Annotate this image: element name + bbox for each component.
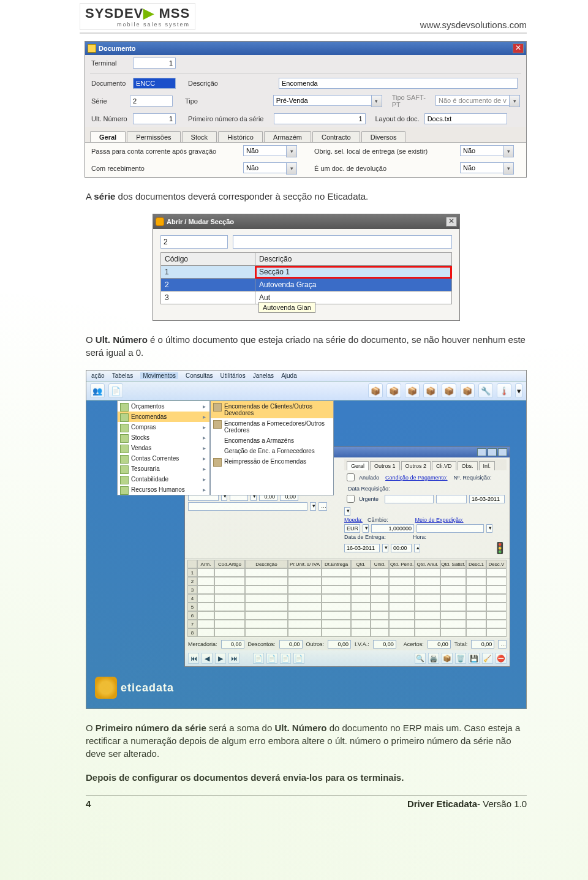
grid-row[interactable]: 1 [187,568,507,577]
menu-item[interactable]: Janelas [253,372,274,379]
tab[interactable]: Outros 2 [401,461,431,470]
ellipsis-icon[interactable]: … [498,640,507,649]
grid-row[interactable]: 7 [187,620,507,628]
menu-item[interactable]: Consultas [186,372,213,379]
toolbar-icon[interactable]: 📦 [423,383,438,398]
input-documento[interactable] [133,78,176,89]
menu-item[interactable]: Contabilidade [118,474,209,484]
chevron-down-icon[interactable]: ▾ [310,502,316,511]
menu-item[interactable]: Utilitários [221,372,246,379]
label-cond[interactable]: Condição de Pagamento: [385,475,448,481]
close-icon[interactable]: ✕ [513,43,524,53]
tab-permissoes[interactable]: Permissões [127,131,180,142]
chevron-down-icon[interactable]: ▾ [382,544,388,552]
menu-item[interactable]: Geração de Enc. a Fornecedores [211,446,333,456]
input-serie[interactable] [130,96,173,107]
menu-item[interactable]: Encomendas [118,412,209,422]
label-exp[interactable]: Meio de Expedição: [415,517,464,523]
toolbar-icon[interactable]: 📦 [405,383,420,398]
input-entrega[interactable] [344,544,380,552]
chevron-down-icon[interactable]: ▾ [344,507,350,516]
tab[interactable]: Obs. [458,461,478,470]
toolbar-icon[interactable]: 📄 [108,383,123,398]
doc-icon[interactable]: 📄 [293,653,304,664]
input-search-code[interactable] [160,235,228,249]
menu-item[interactable]: Tabelas [112,372,133,379]
checkbox-anulado[interactable] [347,473,355,481]
input-terminal[interactable] [133,58,176,69]
input-cond[interactable] [385,495,434,503]
menu-item[interactable]: Stocks [118,432,209,443]
menu-item[interactable]: Encomendas a Armazéns [211,435,333,446]
toolbar-icon[interactable]: 🌡️ [497,383,511,398]
doc-icon[interactable]: 📄 [280,653,291,664]
menu-item[interactable]: ação [91,372,105,379]
chevron-down-icon[interactable]: ▾ [515,383,522,398]
tab-historico[interactable]: Histórico [218,131,263,142]
select-tipo[interactable] [273,95,371,106]
grid-row[interactable]: 2 [187,577,507,585]
box-icon[interactable]: 📦 [442,653,453,664]
nav-prev-icon[interactable]: ◀ [202,653,213,664]
input-cliente-nome[interactable] [188,502,307,511]
toolbar-icon[interactable]: 📦 [386,383,401,398]
input-req[interactable] [436,495,467,503]
menu-item[interactable]: Encomendas de Clientes/Outros Devedores [211,401,333,418]
close-icon[interactable]: ✕ [446,217,457,227]
chevron-down-icon[interactable]: ▾ [503,145,514,157]
input-descricao[interactable] [279,78,518,89]
select-opt-d[interactable] [460,162,503,173]
menu-item[interactable]: Tesouraria [118,464,209,474]
chevron-down-icon[interactable]: ▾ [371,95,382,107]
input-search-desc[interactable] [233,235,452,249]
tab[interactable]: Inf. [479,461,496,470]
erase-icon[interactable]: 🧹 [482,653,493,664]
select-opt-c[interactable] [243,162,286,173]
save-icon[interactable]: 💾 [469,653,480,664]
doc-icon[interactable]: 📄 [253,653,264,664]
toolbar-icon[interactable]: 📦 [460,383,475,398]
input-dreq[interactable] [469,495,505,503]
input-hora[interactable] [391,544,412,552]
minimize-icon[interactable] [477,448,486,456]
tab-contracto[interactable]: Contracto [312,131,360,142]
chevron-down-icon[interactable]: ▾ [286,162,297,175]
grid-row[interactable]: 3 [187,585,507,594]
tab-diversos[interactable]: Diversos [361,131,406,142]
grid-row[interactable]: 8 [187,628,507,637]
input-layout[interactable] [424,113,507,124]
print-preview-icon[interactable]: 🔍 [415,653,426,664]
nav-last-icon[interactable]: ⏭ [228,653,239,664]
doc-icon[interactable]: 📄 [266,653,277,664]
menu-item[interactable]: Movimentos [140,372,178,379]
menu-item[interactable]: Orçamentos [118,401,209,412]
chevron-down-icon[interactable]: ▾ [363,524,369,533]
stepper-icon[interactable]: ▴ [414,544,420,552]
grid-row[interactable]: 4 [187,594,507,603]
toolbar-icon[interactable]: 📦 [442,383,456,398]
select-opt-a[interactable] [243,145,286,156]
menu-item[interactable]: Contas Correntes [118,453,209,464]
menu-item[interactable]: Vendas [118,443,209,453]
toolbar-icon[interactable]: 🔧 [478,383,493,398]
checkbox-urgente[interactable] [347,495,355,503]
cancel-icon[interactable]: ⛔ [496,653,507,664]
input-cambio[interactable] [371,524,414,533]
chevron-down-icon[interactable]: ▾ [503,162,514,175]
menu-item[interactable]: Recursos Humanos [118,484,209,495]
tab[interactable]: Geral [347,461,369,470]
select-opt-b[interactable] [460,145,503,156]
input-ultnumero[interactable] [133,113,176,124]
table-row[interactable]: 2Autovenda Graça [161,279,452,291]
menu-item[interactable]: Encomendas a Fornecedores/Outros Credore… [211,418,333,435]
chevron-down-icon[interactable]: ▾ [286,145,297,157]
nav-next-icon[interactable]: ▶ [215,653,226,664]
input-primnumero[interactable] [274,113,366,124]
close-icon[interactable] [498,448,507,456]
ellipsis-icon[interactable]: … [318,502,327,511]
delete-icon[interactable]: 🗑️ [455,653,466,664]
menu-item[interactable]: Compras [118,422,209,432]
table-row[interactable]: 1Secção 1 [161,266,452,279]
input-exp[interactable] [417,524,484,533]
toolbar-icon[interactable]: 📦 [368,383,383,398]
